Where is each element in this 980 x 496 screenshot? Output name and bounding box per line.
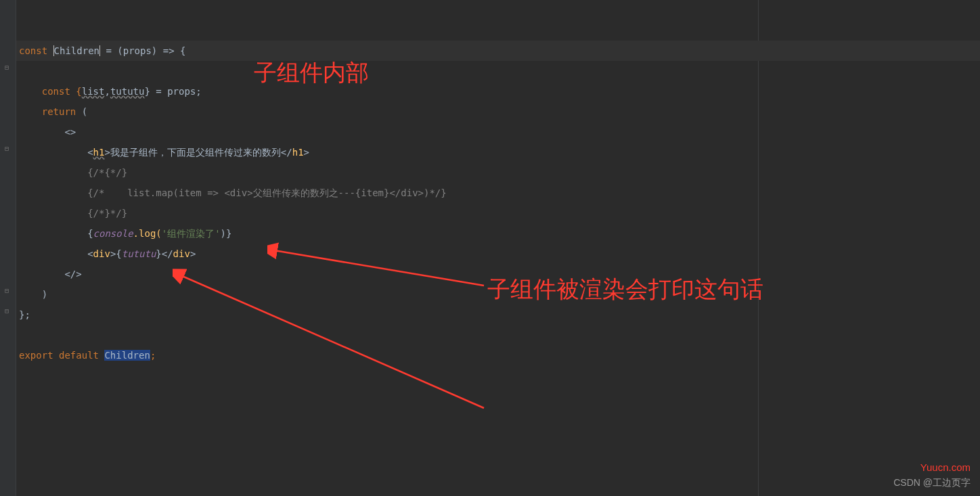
code-area[interactable]: const Children = (props) => { const {lis… (16, 0, 980, 365)
code-line: export default Children; (16, 345, 980, 365)
cursor: Children (53, 45, 100, 56)
code-line: <> (16, 122, 980, 142)
code-line: }; (16, 305, 980, 325)
code-line: {/*{*/} (16, 162, 980, 183)
annotation-render-note: 子组件被渲染会打印这句话 (487, 274, 763, 305)
fold-marker-icon[interactable]: ⊟ (5, 308, 9, 315)
watermark-csdn: CSDN @工边页字 (893, 477, 971, 489)
code-line: return ( (16, 102, 980, 122)
fold-marker-icon[interactable]: ⊟ (5, 64, 9, 71)
code-line (16, 20, 980, 41)
code-line: {/*}*/} (16, 203, 980, 223)
code-line: {console.log('组件渲染了')} (16, 223, 980, 244)
code-editor[interactable]: ⊟ ⊟ ⊟ ⊟ const Children = (props) => { co… (0, 0, 980, 496)
code-line: const {list,tututu} = props; (16, 81, 980, 102)
code-line (16, 61, 980, 81)
code-line (16, 0, 980, 20)
code-line (16, 325, 980, 345)
fold-marker-icon[interactable]: ⊟ (5, 145, 9, 152)
code-line: <div>{tututu}</div> (16, 244, 980, 264)
code-line: {/* list.map(item => <div>父组件传来的数列之---{i… (16, 183, 980, 203)
code-line-active: const Children = (props) => { (16, 41, 980, 61)
gutter: ⊟ ⊟ ⊟ ⊟ (0, 0, 16, 496)
fold-marker-icon[interactable]: ⊟ (5, 288, 9, 294)
watermark-yuucn: Yuucn.com (920, 461, 971, 473)
annotation-title: 子组件内部 (254, 58, 369, 89)
code-line: <h1>我是子组件，下面是父组件传过来的数列</h1> (16, 142, 980, 162)
